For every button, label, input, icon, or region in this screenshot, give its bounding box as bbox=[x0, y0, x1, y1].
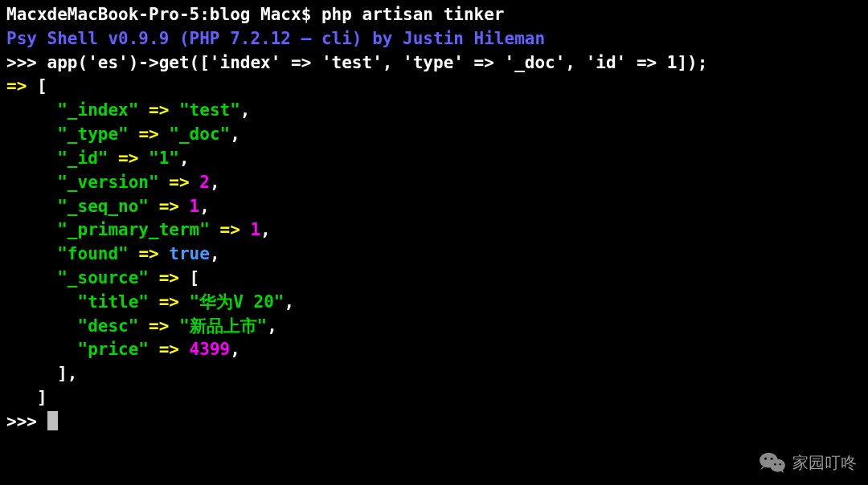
repl-command: app('es')->get(['index' => 'test', 'type… bbox=[47, 53, 708, 72]
psy-shell-banner: Psy Shell v0.9.9 (PHP 7.2.12 — cli) by J… bbox=[6, 27, 862, 51]
watermark-text: 家园叮咚 bbox=[792, 451, 857, 474]
svg-point-1 bbox=[770, 459, 785, 472]
svg-point-5 bbox=[780, 463, 781, 465]
kv-version: "_version" => 2, bbox=[6, 171, 862, 195]
kv-type: "_type" => "_doc", bbox=[6, 123, 862, 147]
shell-prompt: MacxdeMacBook-Pro-5:blog Macx$ bbox=[6, 5, 321, 24]
source-close: ], bbox=[6, 362, 862, 386]
kv-index: "_index" => "test", bbox=[6, 99, 862, 123]
kv-title: "title" => "华为V 20", bbox=[6, 291, 862, 315]
result-close: ] bbox=[6, 386, 862, 410]
result-open: => [ bbox=[6, 75, 862, 99]
kv-source-open: "_source" => [ bbox=[6, 267, 862, 291]
kv-found: "found" => true, bbox=[6, 243, 862, 267]
shell-command: php artisan tinker bbox=[321, 5, 505, 24]
svg-point-2 bbox=[764, 458, 767, 460]
wechat-icon bbox=[759, 451, 786, 474]
watermark: 家园叮咚 bbox=[759, 451, 857, 474]
repl-prompt: >>> bbox=[6, 53, 47, 72]
cursor-block bbox=[47, 411, 58, 430]
repl-input-line: >>> app('es')->get(['index' => 'test', '… bbox=[6, 51, 862, 75]
shell-prompt-line: MacxdeMacBook-Pro-5:blog Macx$ php artis… bbox=[6, 3, 862, 27]
svg-point-4 bbox=[774, 463, 776, 465]
svg-point-3 bbox=[771, 458, 773, 460]
terminal-output: MacxdeMacBook-Pro-5:blog Macx$ php artis… bbox=[0, 0, 868, 438]
kv-id: "_id" => "1", bbox=[6, 147, 862, 171]
kv-seq-no: "_seq_no" => 1, bbox=[6, 195, 862, 219]
repl-next-prompt[interactable]: >>> bbox=[6, 410, 862, 434]
kv-desc: "desc" => "新品上市", bbox=[6, 315, 862, 339]
kv-primary-term: "_primary_term" => 1, bbox=[6, 218, 862, 243]
kv-price: "price" => 4399, bbox=[6, 338, 862, 362]
